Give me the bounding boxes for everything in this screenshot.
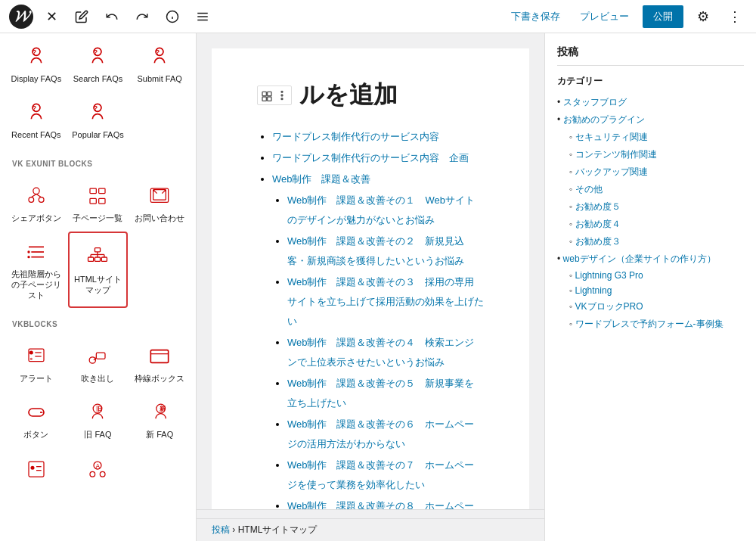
sitemap-link[interactable]: Web制作 課題＆改善その７ ホームページを使って業務を効率化したい <box>287 459 475 490</box>
sitemap-link[interactable]: ワードプレス制作代行のサービス内容 <box>272 131 439 142</box>
undo-button[interactable] <box>100 5 124 29</box>
category-item[interactable]: スタッフブログ <box>557 94 744 111</box>
sitemap-content: ワードプレス制作代行のサービス内容 ワードプレス制作代行のサービス内容 企画 W… <box>257 127 484 509</box>
search-faqs-label: Search FAQs <box>73 73 122 84</box>
block-item-display-faqs[interactable]: ? Display FAQs <box>6 36 67 91</box>
save-draft-button[interactable]: 下書き保存 <box>505 5 566 28</box>
list-item: Web制作 課題＆改善その６ ホームページの活用方法がわからない <box>287 415 484 454</box>
close-button[interactable]: ✕ <box>39 5 64 29</box>
publish-button[interactable]: 公開 <box>643 5 683 28</box>
category-item[interactable]: その他 <box>569 181 744 198</box>
category-item[interactable]: バックアップ関連 <box>569 163 744 181</box>
list-view-button[interactable] <box>191 5 215 29</box>
block-item-alert[interactable]: アラート <box>6 336 67 390</box>
block-item-old-faq[interactable]: 旧 旧 FAQ <box>68 392 129 446</box>
svg-point-16 <box>33 188 39 194</box>
svg-rect-45 <box>150 350 168 362</box>
sitemap-link[interactable]: Web制作 課題＆改善その５ 新規事業を立ち上げたい <box>287 378 475 409</box>
block-item-popular-faqs[interactable]: ? Popular FAQs <box>68 92 129 147</box>
svg-point-29 <box>27 256 29 258</box>
sitemap-link[interactable]: Web制作 課題＆改善その１ Webサイトのデザインが魅力がないとお悩み <box>287 194 475 225</box>
toolbar: 𝓦 ✕ 下書き保存 プレビュー 公開 ⚙ ⋮ <box>0 0 756 33</box>
svg-text:?: ? <box>94 104 98 112</box>
block-item-submit-faq[interactable]: ? Submit FAQ <box>129 36 190 91</box>
list-item: Web制作 課題＆改善その１ Webサイトのデザインが魅力がないとお悩み <box>287 191 484 230</box>
info-button[interactable] <box>160 5 184 29</box>
horizontal-scrollbar[interactable] <box>197 509 544 518</box>
extra1-label <box>33 486 40 496</box>
vkblocks-section-label: VKBLOCKS <box>0 311 196 333</box>
sitemap-link[interactable]: Web制作 課題＆改善その８ ホームページを効果的に運用したい <box>287 500 475 509</box>
block-item-search-faqs[interactable]: ? Search FAQs <box>68 36 129 91</box>
list-item: Web制作 課題＆改善その８ ホームページを効果的に運用したい <box>287 496 484 509</box>
category-item[interactable]: お勧めのプラグイン <box>557 111 744 129</box>
breadcrumb-posts-link[interactable]: 投稿 <box>212 524 230 535</box>
page-title-text: ルを追加 <box>299 79 398 112</box>
svg-rect-44 <box>97 353 106 359</box>
block-item-extra2[interactable]: A <box>68 448 129 502</box>
svg-point-43 <box>90 357 96 363</box>
block-item-borderbox[interactable]: 枠線ボックス <box>129 336 190 390</box>
svg-point-66 <box>281 95 283 96</box>
svg-text:?: ? <box>33 48 36 56</box>
panel-section-title: 投稿 <box>557 45 744 66</box>
sitemap-link[interactable]: Web制作 課題＆改善その２ 新規見込客・新規商談を獲得したいというお悩み <box>287 235 465 266</box>
category-item[interactable]: webデザイン（企業サイトの作り方） <box>557 250 744 268</box>
sub-category-list-2: Lightning G3 Pro Lightning VKブロックPRO ワード… <box>557 268 744 333</box>
old-faq-label: 旧 FAQ <box>84 429 111 440</box>
category-item[interactable]: お勧め度５ <box>569 198 744 216</box>
svg-rect-30 <box>95 248 101 252</box>
sitemap-link[interactable]: Web制作 課題＆改善その４ 検索エンジンで上位表示させたいというお悩み <box>287 337 475 368</box>
sitemap-link[interactable]: ワードプレス制作代行のサービス内容 企画 <box>272 152 469 163</box>
block-item-contact[interactable]: お問い合わせ <box>129 176 190 230</box>
svg-rect-22 <box>99 188 105 194</box>
block-handle[interactable] <box>257 86 292 105</box>
balloon-label: 吹き出し <box>81 373 114 384</box>
block-item-share[interactable]: シェアボタン <box>6 176 67 230</box>
svg-rect-62 <box>268 92 271 95</box>
svg-point-67 <box>281 98 283 100</box>
settings-button[interactable]: ⚙ <box>691 5 715 29</box>
content-area: ルを追加 ワードプレス制作代行のサービス内容 ワードプレス制作代行のサービス内容… <box>197 33 544 541</box>
sitemap-link[interactable]: Web制作 課題＆改善その３ 採用の専用サイトを立ち上げて採用活動の効果を上げた… <box>287 276 484 327</box>
block-item-new-faq[interactable]: 新 新 FAQ <box>129 392 190 446</box>
category-item[interactable]: セキュリティ関連 <box>569 129 744 146</box>
preview-button[interactable]: プレビュー <box>574 5 635 28</box>
category-item[interactable]: ワードプレスで予約フォーム-事例集 <box>569 316 744 333</box>
category-item[interactable]: お勧め度３ <box>569 233 744 250</box>
category-item[interactable]: お勧め度４ <box>569 216 744 233</box>
vk-exunit-section-label: VK EXUNIT BLOCKS <box>0 151 196 173</box>
block-item-extra1[interactable] <box>6 448 67 502</box>
category-item[interactable]: コンテンツ制作関連 <box>569 146 744 163</box>
list-item: Web制作 課題＆改善 <box>272 169 484 189</box>
sitemap-link[interactable]: Web制作 課題＆改善その６ ホームページの活用方法がわからない <box>287 418 475 449</box>
toolbar-left: 𝓦 ✕ <box>9 5 499 29</box>
sub-category-list: セキュリティ関連 コンテンツ制作関連 バックアップ関連 その他 お勧め度５ お勧… <box>557 129 744 250</box>
html-sitemap-label: HTMLサイトマップ <box>73 274 124 296</box>
block-item-balloon[interactable]: 吹き出し <box>68 336 129 390</box>
category-item[interactable]: VKブロックPRO <box>569 298 744 316</box>
block-item-ancestor-list[interactable]: 先祖階層からの子ページリスト <box>6 232 67 308</box>
block-item-button[interactable]: ボタン <box>6 392 67 446</box>
html-sitemap-icon <box>84 244 111 271</box>
wp-logo-button[interactable]: 𝓦 <box>9 5 33 29</box>
block-item-recent-faqs[interactable]: ? Recent FAQs <box>6 92 67 147</box>
svg-line-19 <box>31 194 36 197</box>
sitemap-list: ワードプレス制作代行のサービス内容 ワードプレス制作代行のサービス内容 企画 W… <box>257 127 484 509</box>
category-item[interactable]: Lightning G3 Pro <box>569 268 744 283</box>
edit-icon[interactable] <box>70 5 94 29</box>
balloon-icon <box>84 343 111 370</box>
more-options-button[interactable]: ⋮ <box>723 5 747 29</box>
category-item[interactable]: Lightning <box>569 283 744 298</box>
redo-button[interactable] <box>130 5 154 29</box>
sitemap-link[interactable]: Web制作 課題＆改善 <box>272 173 371 185</box>
vkblocks-grid: アラート 吹き出し <box>0 333 196 506</box>
list-item: Web制作 課題＆改善その５ 新規事業を立ち上げたい <box>287 374 484 413</box>
block-item-child-pages[interactable]: 子ページ一覧 <box>68 176 129 230</box>
svg-point-17 <box>29 197 34 202</box>
block-item-html-sitemap[interactable]: HTMLサイトマップ <box>68 232 129 308</box>
svg-rect-32 <box>95 257 101 261</box>
borderbox-label: 枠線ボックス <box>135 373 184 384</box>
faq-blocks-grid: ? Display FAQs ? Search FAQs <box>0 33 196 151</box>
svg-rect-24 <box>99 198 105 204</box>
